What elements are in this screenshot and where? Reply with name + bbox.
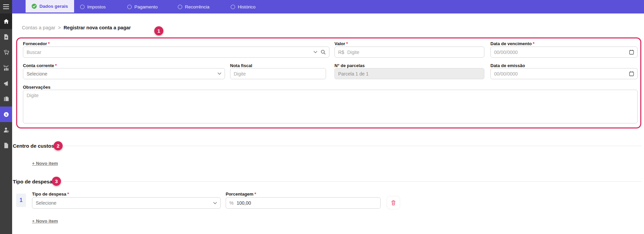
sidebar-item-sales[interactable]: $ — [0, 60, 12, 76]
conta-corrente-value: Selecione — [27, 71, 214, 77]
annotation-circle-1: 1 — [154, 26, 163, 35]
calendar-icon[interactable] — [629, 50, 634, 55]
sidebar-item-purchases[interactable] — [0, 45, 12, 60]
section-divider — [63, 181, 641, 182]
tab-label: Histórico — [238, 4, 256, 9]
svg-text:$: $ — [3, 65, 4, 67]
conta-corrente-select[interactable]: Selecione — [23, 68, 225, 79]
data-vencimento-input[interactable] — [494, 50, 626, 55]
porcentagem-input[interactable] — [236, 200, 377, 206]
data-vencimento-label: Data de vencimento* — [490, 41, 535, 46]
fornecedor-field[interactable] — [23, 47, 329, 58]
breadcrumb-parent[interactable]: Contas a pagar — [22, 25, 55, 30]
porcentagem-field[interactable]: % — [226, 197, 381, 209]
data-emissao-input[interactable] — [494, 71, 626, 77]
parcelas-field — [334, 68, 484, 79]
tab-historico[interactable]: Histórico — [231, 0, 256, 13]
tab-pagamento[interactable]: Pagamento — [127, 0, 158, 13]
tipo-despesa-novo-item-link[interactable]: + Novo item — [32, 218, 58, 224]
svg-text:$: $ — [5, 112, 7, 116]
tipo-de-despesa-title: Tipo de despesa — [13, 179, 52, 184]
general-data-form-highlight: Fornecedor* Valor* R$ Data de vencimento… — [16, 37, 641, 128]
section-divider — [65, 146, 641, 146]
nota-fiscal-input[interactable] — [234, 71, 322, 77]
data-emissao-field[interactable] — [490, 68, 638, 79]
megaphone-icon — [3, 80, 9, 87]
centro-de-custos-title: Centro de custos — [13, 143, 54, 149]
radio-circle-icon — [80, 5, 85, 9]
file-icon — [3, 142, 9, 149]
hamburger-menu-button[interactable] — [0, 0, 12, 13]
svg-text:$: $ — [7, 130, 8, 132]
tab-impostos[interactable]: Impostos — [80, 0, 106, 13]
sidebar-item-new-document[interactable] — [0, 29, 12, 45]
nota-fiscal-label: Nota fiscal — [230, 63, 252, 68]
valor-input[interactable] — [347, 50, 481, 55]
tipo-despesa-select[interactable]: Selecione — [32, 197, 221, 209]
sidebar-item-customer-finance[interactable]: $ — [0, 122, 12, 138]
annotation-circle-2: 2 — [54, 141, 63, 150]
valor-label: Valor* — [334, 41, 348, 46]
conta-corrente-label: Conta corrente* — [23, 63, 57, 68]
documents-icon — [3, 96, 9, 102]
accounts-payable-register-page: Dados gerais Impostos Pagamento Recorrên… — [0, 0, 644, 234]
expense-row-index: 1 — [16, 194, 26, 207]
page-title: Registrar nova conta a pagar — [64, 25, 131, 30]
data-vencimento-field[interactable] — [490, 47, 638, 58]
porcentagem-label: Porcentagem* — [226, 192, 256, 197]
tipo-despesa-value: Selecione — [36, 200, 210, 206]
sidebar-item-marketing[interactable] — [0, 76, 12, 91]
trash-icon — [391, 200, 396, 206]
file-plus-icon — [3, 34, 9, 40]
breadcrumb: Contas a pagar > Registrar nova conta a … — [22, 25, 131, 30]
wizard-step-bar: Dados gerais Impostos Pagamento Recorrên… — [0, 0, 644, 13]
fornecedor-label: Fornecedor* — [23, 41, 50, 46]
valor-field[interactable]: R$ — [334, 47, 484, 58]
chevron-down-icon[interactable] — [213, 202, 217, 204]
percent-prefix: % — [229, 200, 233, 206]
tab-recorrencia[interactable]: Recorrência — [178, 0, 210, 13]
app-sidebar: $ $ $ — [0, 13, 12, 234]
radio-circle-icon — [178, 5, 182, 9]
centro-custos-novo-item-link[interactable]: + Novo item — [32, 161, 58, 166]
annotation-circle-3: 3 — [52, 177, 61, 186]
calendar-icon[interactable] — [629, 71, 634, 76]
cart-icon — [3, 49, 9, 56]
observacoes-textarea[interactable] — [23, 90, 638, 123]
tab-label: Impostos — [87, 4, 106, 9]
radio-circle-icon — [231, 5, 235, 9]
sidebar-item-reports[interactable] — [0, 138, 12, 153]
parcelas-input — [338, 71, 481, 77]
currency-prefix: R$ — [338, 50, 344, 55]
sidebar-item-documents[interactable] — [0, 91, 12, 107]
tipo-despesa-label: Tipo de despesa* — [32, 192, 69, 197]
breadcrumb-separator: > — [58, 25, 61, 30]
fornecedor-input[interactable] — [27, 50, 310, 55]
person-dollar-icon: $ — [3, 127, 9, 133]
nota-fiscal-field[interactable] — [230, 68, 326, 79]
tab-label: Dados gerais — [39, 4, 68, 9]
dollar-circle-icon: $ — [3, 111, 9, 118]
radio-circle-icon — [127, 5, 132, 9]
data-emissao-label: Data de emissão — [490, 63, 525, 68]
check-circle-icon — [32, 4, 37, 9]
tab-dados-gerais[interactable]: Dados gerais — [26, 0, 74, 13]
parcelas-label: N° de parcelas — [334, 63, 365, 68]
hamburger-icon — [3, 4, 9, 5]
sidebar-item-finance-active[interactable]: $ — [0, 107, 12, 122]
search-icon[interactable] — [321, 50, 326, 55]
home-icon — [3, 18, 9, 25]
delete-expense-row-button[interactable] — [387, 196, 400, 209]
tab-label: Recorrência — [185, 4, 210, 9]
sales-chart-icon: $ — [3, 65, 9, 71]
tab-label: Pagamento — [134, 4, 158, 9]
sidebar-item-home[interactable] — [0, 13, 12, 29]
observacoes-label: Observações — [23, 85, 51, 90]
chevron-down-icon[interactable] — [218, 72, 221, 75]
chevron-down-icon[interactable] — [314, 51, 317, 53]
